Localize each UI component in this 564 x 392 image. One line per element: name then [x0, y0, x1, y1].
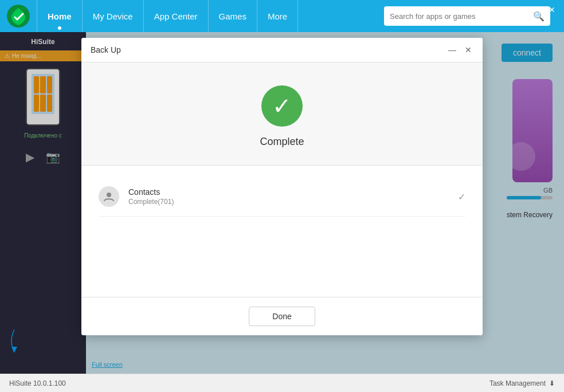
contacts-icon — [99, 186, 119, 207]
modal-overlay: Back Up — ✕ ✓ Complete — [0, 32, 564, 374]
main-area: HiSuite ⚠ Не покид... Подключено с ▶ 📷 — [0, 32, 564, 374]
modal-header: Back Up — ✕ — [81, 38, 483, 62]
complete-label: Complete — [260, 136, 304, 148]
modal-minimize-button[interactable]: — — [447, 45, 457, 55]
maximize-button[interactable]: □ — [530, 5, 540, 15]
modal-title: Back Up — [91, 45, 121, 54]
checkmark-icon: ✓ — [272, 95, 292, 117]
download-icon: ⬇ — [549, 379, 555, 387]
nav-games[interactable]: Games — [209, 0, 257, 32]
nav-more[interactable]: More — [257, 0, 298, 32]
nav-my-device[interactable]: My Device — [83, 0, 144, 32]
nav-links: Home My Device App Center Games More — [37, 0, 384, 32]
window-controls: — □ ✕ — [512, 5, 557, 15]
app-logo — [7, 5, 30, 28]
minimize-button[interactable]: — — [512, 5, 523, 15]
contacts-status: Complete(701) — [128, 198, 458, 206]
modal-close-button[interactable]: ✕ — [463, 45, 473, 55]
navbar: Home My Device App Center Games More 🔍 —… — [0, 0, 564, 32]
modal-spacer — [81, 228, 483, 297]
svg-point-2 — [107, 193, 111, 197]
modal-item-list: Contacts Complete(701) ✓ — [81, 166, 483, 228]
task-management[interactable]: Task Management ⬇ — [489, 379, 555, 387]
contacts-info: Contacts Complete(701) — [128, 187, 458, 206]
success-circle: ✓ — [261, 85, 303, 127]
done-button[interactable]: Done — [249, 307, 315, 326]
task-management-label: Task Management — [489, 379, 546, 387]
list-item: Contacts Complete(701) ✓ — [99, 177, 465, 217]
modal-success-section: ✓ Complete — [81, 62, 483, 166]
contacts-check-icon: ✓ — [458, 191, 465, 202]
nav-home[interactable]: Home — [37, 0, 83, 32]
contacts-name: Contacts — [128, 187, 458, 197]
done-label: Done — [272, 312, 291, 321]
nav-app-center[interactable]: App Center — [144, 0, 209, 32]
app-version: HiSuite 10.0.1.100 — [9, 379, 66, 387]
close-button[interactable]: ✕ — [547, 5, 557, 15]
modal-footer: Done — [81, 297, 483, 335]
backup-dialog: Back Up — ✕ ✓ Complete — [81, 38, 483, 335]
statusbar: HiSuite 10.0.1.100 Task Management ⬇ — [0, 374, 564, 392]
search-input[interactable] — [390, 12, 533, 21]
modal-controls: — ✕ — [447, 45, 473, 55]
